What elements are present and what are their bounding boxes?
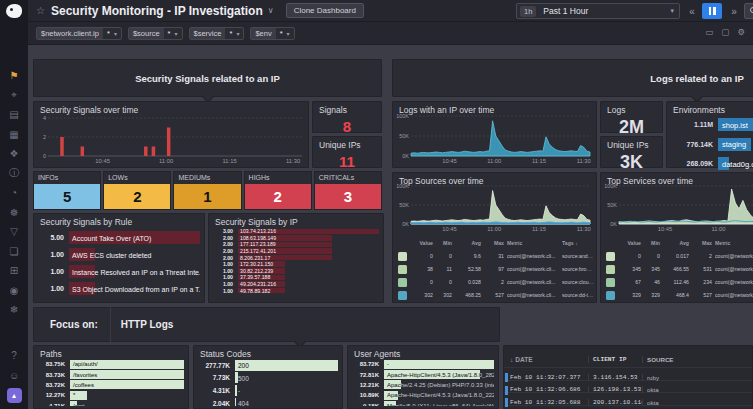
legend-row[interactable]: 000.0282count(@network.cli...source:clou… <box>398 276 594 289</box>
toplist-row[interactable]: 2.008.206.231.17 <box>213 254 379 261</box>
toplist-row[interactable]: 277.77K200200 <box>198 359 338 372</box>
severity-tile-criticals[interactable]: CRITICALs3 <box>314 171 382 210</box>
toplist-value: 277.77K <box>198 362 230 369</box>
filter-pill-network.client.ip[interactable]: $network.client.ip*▾ <box>36 27 122 40</box>
pause-button[interactable] <box>702 3 722 19</box>
sidebar-binoculars-icon[interactable]: ⌖ <box>0 86 28 106</box>
sidebar-layers-icon[interactable]: ⊞ <box>0 261 28 281</box>
toplist-row[interactable]: 83.72K/coffees/coffees <box>38 380 184 390</box>
legend-row[interactable]: 000.0172count(@network.client.ip:* ] <box>606 250 753 263</box>
toplist-row[interactable]: 2.04K404404 <box>198 397 338 406</box>
log-row[interactable]: Feb 10 11:32:07.3773.116.154.53ruby <box>504 367 752 380</box>
toplist-row[interactable]: 1.0037.39.57.188 <box>213 274 379 281</box>
sidebar-help-icon[interactable]: ? <box>0 345 28 365</box>
legend-header[interactable]: Tags ↓ <box>562 240 594 246</box>
filter-pill-service[interactable]: $service*▾ <box>189 27 245 40</box>
legend-row[interactable]: 009.631count(@network.cli...source:andro… <box>398 250 594 263</box>
environment-row[interactable]: 776.14Kstaging <box>671 135 753 155</box>
legend-header[interactable]: Max <box>692 240 712 246</box>
sidebar-network-icon[interactable]: ❖ <box>0 144 28 164</box>
legend-row[interactable]: 345345466.55531count(@network.client.ip:… <box>606 263 753 276</box>
toplist-row[interactable]: 10.89KApache-HttpClient/4.5.3 (Java/1.8.… <box>352 390 494 400</box>
sidebar-megaphone-icon[interactable]: ⚑ <box>0 66 28 86</box>
legend-row[interactable]: 302302468.25527count(@network.cli...sour… <box>398 289 594 301</box>
sidebar-funnel-icon[interactable]: ▽ <box>0 222 28 242</box>
legend-header[interactable]: Min <box>644 240 660 246</box>
clone-dashboard-button[interactable]: Clone Dashboard <box>286 3 364 18</box>
sidebar-target-icon[interactable]: ◉ <box>0 281 28 301</box>
security-signals-chart[interactable]: 024 10:4511:0011:1511:30 <box>48 118 302 156</box>
environment-row[interactable]: 1.11Mshop.ist <box>671 115 753 135</box>
fullscreen-icon[interactable]: ▢ <box>721 27 729 37</box>
toplist-row[interactable]: 12.21KApache/2.4.25 (Debian) PHP/7.0.33 … <box>352 380 494 390</box>
column-source[interactable]: SOURCE <box>642 356 752 363</box>
environment-row[interactable]: 268.09Kdatad0g.com <box>671 154 753 174</box>
sidebar-security-icon[interactable]: ☸ <box>0 203 28 223</box>
sidebar-dashboards-icon[interactable]: ▤ <box>0 105 28 125</box>
filter-pill-env[interactable]: $env*▾ <box>250 27 294 40</box>
time-back-button[interactable]: « <box>684 3 700 19</box>
legend-header[interactable]: Metric <box>507 240 559 246</box>
toplist-row[interactable]: 83.72K-- <box>352 359 494 369</box>
toplist-row[interactable]: 4.71K/cart/cart <box>38 401 184 406</box>
severity-tile-lows[interactable]: LOWs2 <box>103 171 171 210</box>
toplist-row[interactable]: 7.73K500500 <box>198 372 338 385</box>
sidebar-notebooks-icon[interactable]: ❏ <box>0 242 28 262</box>
top-sources-chart[interactable]: 0K50K100K 10:4511:0011:1511:30 <box>411 186 590 224</box>
panel-logs-unique-ips: Unique IPs 3K <box>600 136 663 168</box>
favorite-star-icon[interactable]: ☆ <box>36 5 45 16</box>
legend-header[interactable]: Min <box>436 240 452 246</box>
toplist-row[interactable]: 5.00Account Take Over (ATO) <box>38 229 200 246</box>
tab-http-logs[interactable]: HTTP Logs <box>121 319 174 330</box>
toplist-row[interactable]: 1.0049.78.89.182 <box>213 287 379 294</box>
time-forward-button[interactable]: » <box>726 3 742 19</box>
toplist-row[interactable]: 9.18KMozilla/5.0 (X11; Linux x86_64) App… <box>352 401 494 406</box>
time-range-picker[interactable]: 1h Past 1 Hour ▾ <box>516 3 680 19</box>
settings-gear-icon[interactable]: ⚙ <box>737 27 745 37</box>
sidebar-users-icon[interactable]: ☺ <box>0 365 28 385</box>
toplist-row[interactable]: 1.00S3 Object Downloaded from an IP on a… <box>38 280 200 297</box>
sidebar-infrastructure-icon[interactable]: ▦ <box>0 125 28 145</box>
column-date[interactable]: ↓DATE <box>510 356 588 363</box>
legend-header[interactable]: Avg <box>455 240 481 246</box>
toplist-row[interactable]: 1.00172.30.21.150 <box>213 261 379 268</box>
legend-header[interactable]: Avg <box>663 240 689 246</box>
toplist-row[interactable]: 2.00177.117.23.189 <box>213 241 379 248</box>
toplist-row[interactable]: 1.0030.82.212.239 <box>213 268 379 275</box>
title-chevron-down-icon[interactable]: ∨ <box>268 6 274 15</box>
toplist-row[interactable]: 83.75K/api/auth//api/auth/ <box>38 359 184 369</box>
datadog-logo-icon[interactable] <box>6 4 22 18</box>
legend-header[interactable]: Value <box>619 240 641 246</box>
toplist-row[interactable]: 1.0049.204.231.216 <box>213 281 379 288</box>
toplist-row[interactable]: 4.31K-- <box>198 384 338 397</box>
top-services-chart[interactable]: 0K50K100K 10:4511:0011:1511:30 <box>619 186 753 224</box>
legend-row[interactable]: 381152.5897count(@network.cli...source:b… <box>398 263 594 276</box>
severity-tile-mediums[interactable]: MEDIUMs1 <box>173 171 241 210</box>
toplist-row[interactable]: 72.81KApache-HttpClient/4.5.3 (Java/1.8.… <box>352 369 494 379</box>
toplist-row[interactable]: 1.00Instance Resolved an IP on a Threat … <box>38 263 200 280</box>
legend-header[interactable]: Metric <box>715 240 753 246</box>
log-row[interactable]: Feb 10 11:32:05.688200.137.10.114okta <box>504 392 752 405</box>
legend-row[interactable]: 329329468.4527count(@network.client.ip:*… <box>606 289 753 301</box>
log-row[interactable]: Feb 10 11:32:06.686126.198.13.53okta <box>504 380 752 393</box>
sidebar-avatar[interactable]: ▴ <box>0 385 28 405</box>
toplist-row[interactable]: 2.00108.63.198.149 <box>213 235 379 242</box>
logs-over-time-chart[interactable]: 0K50K100K 10:4511:0011:1511:30 <box>411 116 590 156</box>
severity-tile-highs[interactable]: HIGHs2 <box>244 171 312 210</box>
legend-header[interactable]: Value <box>411 240 433 246</box>
search-button[interactable] <box>744 3 753 19</box>
toplist-row[interactable]: 3.00103.74.213.216 <box>213 228 379 235</box>
legend-header[interactable]: Max <box>484 240 504 246</box>
sidebar-info-icon[interactable]: ⓘ <box>0 164 28 184</box>
toplist-row[interactable]: 12.27K** <box>38 390 184 400</box>
filter-pill-source[interactable]: $source*▾ <box>128 27 183 40</box>
tv-mode-icon[interactable]: ▭ <box>705 27 713 37</box>
toplist-row[interactable]: 83.73K/favorites/favorites <box>38 369 184 379</box>
sidebar-snowflake-icon[interactable]: ❄ <box>0 300 28 320</box>
severity-tile-infos[interactable]: INFOs5 <box>33 171 101 210</box>
legend-row[interactable]: 6746112.46234count(@network.client.ip:* … <box>606 276 753 289</box>
column-client-ip[interactable]: CLIENT IP <box>588 356 642 363</box>
toplist-row[interactable]: 2.00215.172.41.201 <box>213 248 379 255</box>
toplist-row[interactable]: 1.00AWS ECS cluster deleted <box>38 246 200 263</box>
sidebar-gauge-icon[interactable]: ◔ <box>0 183 28 203</box>
